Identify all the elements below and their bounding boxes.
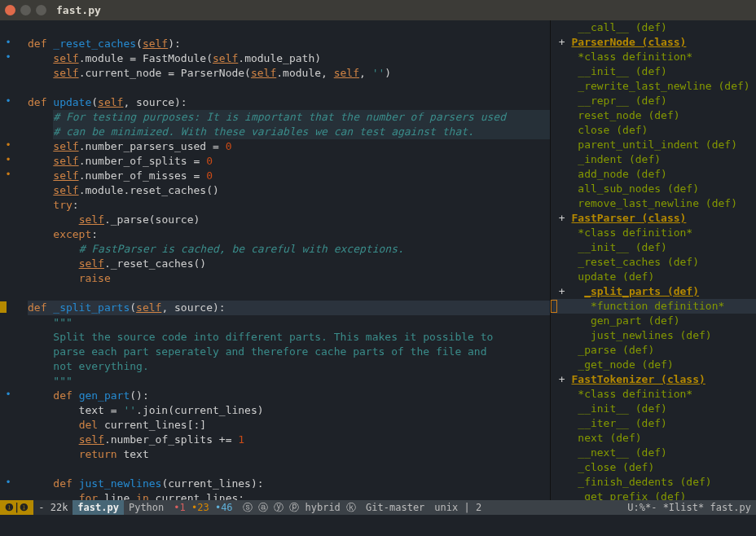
code-line[interactable]: self.number_of_misses = 0 [28,169,550,183]
code-line[interactable]: self._parse(source) [28,213,550,227]
outline-item[interactable]: _reset_caches (def) [552,255,756,270]
outline-item[interactable]: _get_prefix (def) [552,490,756,500]
status-warnings[interactable]: ❶|❶ [0,500,33,515]
code-line[interactable]: not everything. [28,359,550,374]
code-line[interactable]: self.module = FastModule(self.module_pat… [28,51,550,66]
code-line[interactable]: del current_lines[:] [28,418,550,433]
outline-item[interactable]: + ParserNode (class) [552,35,756,50]
outline-item[interactable]: __call__ (def) [552,20,756,35]
outline-item[interactable]: __init__ (def) [552,240,756,255]
code-line[interactable]: def _reset_caches(self): [28,37,550,51]
code-line[interactable] [28,22,550,37]
code-line[interactable]: # can be minimized. With these variables… [28,125,550,139]
status-vcs[interactable]: Git-master [361,500,429,515]
code-line[interactable]: def update(self, source): [28,95,550,110]
code-line[interactable]: def _split_parts(self, source): [28,301,550,315]
code-line[interactable] [28,462,550,477]
code-line[interactable]: self._reset_caches() [28,257,550,271]
code-line[interactable]: self.number_parsers_used = 0 [28,139,550,154]
outline-item[interactable]: __next__ (def) [552,446,756,460]
outline-item[interactable]: _rewrite_last_newline (def) [552,79,756,94]
code-line[interactable] [28,286,550,301]
code-line[interactable]: self.current_node = ParserNode(self.modu… [28,66,550,81]
status-error-count[interactable]: •1 [174,502,185,513]
editor-area: •••••••• def _reset_caches(self): self.m… [0,20,756,500]
outline-item[interactable]: _parse (def) [552,343,756,358]
outline-item[interactable]: __iter__ (def) [552,416,756,431]
outline-item[interactable]: __repr__ (def) [552,94,756,108]
outline-pane[interactable]: __call__ (def) + ParserNode (class) *cla… [551,20,756,500]
outline-item[interactable]: __init__ (def) [552,64,756,79]
code-line[interactable]: text = ''.join(current_lines) [28,403,550,418]
code-line[interactable]: raise [28,271,550,286]
code-line[interactable]: def just_newlines(current_lines): [28,477,550,491]
outline-item[interactable]: just_newlines (def) [552,328,756,343]
code-line[interactable]: Split the source code into different par… [28,330,550,345]
code-line[interactable]: for line in current_lines: [28,491,550,500]
status-filename[interactable]: fast.py [73,500,124,515]
minimize-icon[interactable] [20,5,31,15]
outline-item[interactable]: + FastTokenizer (class) [552,372,756,387]
window-title: fast.py [56,4,101,16]
outline-item[interactable]: _finish_dedents (def) [552,475,756,490]
code-line[interactable]: def gen_part(): [28,389,550,403]
code-gutter: •••••••• [0,20,16,500]
code-editor[interactable]: def _reset_caches(self): self.module = F… [16,20,550,500]
outline-item[interactable]: *function definition* [552,299,756,314]
code-line[interactable]: return text [28,447,550,462]
outline-item[interactable]: close (def) [552,123,756,138]
code-line[interactable]: # FastParser is cached, be careful with … [28,242,550,257]
status-filesize: - 22k [33,500,73,515]
status-right-buffer: U:%*- *Ilist* fast.py [622,500,756,515]
status-major-mode[interactable]: Python [124,500,169,515]
outline-item[interactable]: __init__ (def) [552,402,756,416]
outline-item[interactable]: _close (def) [552,460,756,475]
code-line[interactable]: """ [28,374,550,389]
outline-item[interactable]: _get_node (def) [552,358,756,372]
window-titlebar: fast.py [0,0,756,20]
close-icon[interactable] [5,5,15,15]
outline-item[interactable]: parent_until_indent (def) [552,138,756,152]
code-line[interactable]: self.module.reset_caches() [28,183,550,198]
outline-item[interactable]: *class definition* [552,50,756,64]
outline-item[interactable]: + _split_parts (def) [552,284,756,299]
status-encoding: unix | 2 [429,500,486,515]
code-line[interactable]: """ [28,315,550,330]
outline-item[interactable]: _indent (def) [552,152,756,167]
outline-item[interactable]: update (def) [552,270,756,284]
code-line[interactable] [28,81,550,95]
code-pane[interactable]: •••••••• def _reset_caches(self): self.m… [0,20,551,500]
minibuffer[interactable] [0,515,756,536]
outline-item[interactable]: next (def) [552,431,756,446]
status-minor-modes[interactable]: ⓢ ⓐ ⓨ ⓟ hybrid ⓚ [238,500,361,515]
outline-item[interactable]: *class definition* [552,226,756,240]
outline-item[interactable]: all_sub_nodes (def) [552,182,756,196]
code-line[interactable]: self.number_of_splits = 0 [28,154,550,169]
outline-item[interactable]: add_node (def) [552,167,756,182]
status-info-count[interactable]: •46 [215,502,233,513]
code-line[interactable]: self.number_of_splits += 1 [28,433,550,447]
status-warn-count[interactable]: •23 [191,502,209,513]
outline-item[interactable]: reset_node (def) [552,108,756,123]
code-line[interactable]: except: [28,227,550,242]
maximize-icon[interactable] [36,5,46,15]
status-bar: ❶|❶ - 22k fast.py Python •1 •23 •46 ⓢ ⓐ … [0,500,756,515]
outline-item[interactable]: gen_part (def) [552,314,756,328]
outline-item[interactable]: + FastParser (class) [552,211,756,226]
outline-item[interactable]: remove_last_newline (def) [552,196,756,211]
outline-item[interactable]: *class definition* [552,387,756,402]
code-line[interactable]: try: [28,198,550,213]
code-line[interactable]: # For testing purposes: It is important … [28,110,550,125]
code-line[interactable]: parse each part seperately and therefore… [28,345,550,359]
